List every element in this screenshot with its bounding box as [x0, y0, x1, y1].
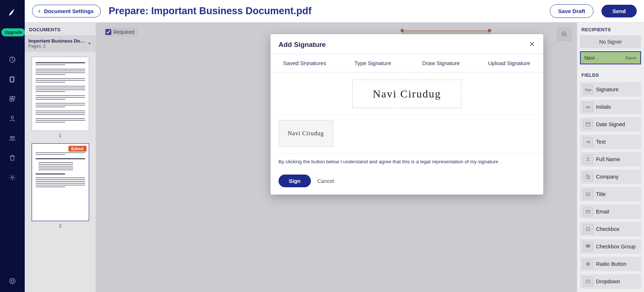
sign-button[interactable]: Sign [279, 175, 311, 187]
canvas-area[interactable]: Required Add Signature Saved Signatures [96, 23, 577, 292]
svg-rect-19 [586, 227, 589, 231]
signature-icon: Sign [583, 85, 593, 94]
svg-rect-17 [586, 193, 590, 196]
field-label: Full Name [596, 156, 620, 162]
document-select-pages: Pages: 2 [28, 44, 85, 49]
field-label: Dropdown [596, 279, 620, 284]
field-label: Text [596, 139, 606, 145]
contacts-icon[interactable] [8, 114, 17, 123]
templates-icon[interactable] [8, 95, 17, 103]
modal-title: Add Signature [279, 41, 326, 49]
edited-badge: Edited [68, 146, 87, 152]
signature-tabs: Saved Signatures Type Signature Draw Sig… [271, 54, 543, 72]
svg-rect-22 [589, 245, 590, 246]
svg-rect-16 [588, 176, 590, 179]
field-title[interactable]: Title [580, 187, 641, 201]
checkbox-icon [583, 224, 593, 234]
field-label: Company [596, 174, 619, 180]
document-settings-button[interactable]: Document Settings [32, 5, 101, 17]
svg-point-6 [11, 116, 14, 119]
field-full-name[interactable]: Full Name [580, 152, 641, 167]
field-radio-button[interactable]: Radio Button [580, 257, 641, 271]
app-logo[interactable] [7, 7, 17, 19]
document-select[interactable]: Important Business Do… Pages: 2 [25, 35, 96, 52]
right-sidebar: RECIPIENTS No Signer Navi . Signer FIELD… [577, 23, 644, 292]
page-thumb-1[interactable] [32, 57, 89, 131]
svg-rect-5 [10, 99, 12, 101]
save-draft-button[interactable]: Save Draft [550, 4, 593, 18]
checkbox-group-icon [583, 242, 593, 251]
dropdown-icon [583, 277, 593, 286]
svg-point-14 [587, 157, 589, 159]
svg-rect-3 [10, 96, 12, 99]
field-label: Signature [596, 87, 619, 92]
field-label: Title [596, 191, 606, 197]
text-icon [583, 137, 593, 147]
field-text[interactable]: Text [580, 135, 641, 149]
svg-rect-18 [586, 210, 590, 213]
svg-rect-21 [588, 245, 589, 246]
field-checkbox[interactable]: Checkbox [580, 222, 641, 236]
document-select-name: Important Business Do… [28, 38, 85, 44]
svg-rect-25 [589, 246, 590, 247]
tab-upload-signature[interactable]: Upload Signature [475, 54, 544, 72]
svg-point-27 [587, 263, 589, 265]
body-region: DOCUMENTS Important Business Do… Pages: … [25, 23, 644, 292]
cancel-button[interactable]: Cancel [317, 178, 335, 184]
field-initials[interactable]: Int Initials [580, 100, 641, 114]
signer-name: Navi . [584, 55, 597, 61]
calendar-icon [583, 120, 593, 129]
email-icon [583, 207, 593, 216]
field-signature[interactable]: Sign Signature [580, 82, 641, 97]
help-icon[interactable] [8, 277, 17, 285]
upgrade-badge[interactable]: Upgrade [1, 28, 25, 36]
svg-point-7 [10, 136, 12, 138]
svg-rect-20 [586, 245, 587, 246]
svg-point-8 [13, 136, 15, 138]
page-thumb-2-wrap[interactable]: Edited 2 [25, 138, 96, 228]
initials-icon: Int [583, 102, 593, 112]
field-label: Checkbox [596, 226, 619, 232]
tab-saved-signatures[interactable]: Saved Signatures [271, 54, 339, 72]
main-column: Document Settings Prepare: Important Bus… [25, 0, 644, 292]
no-signer-option[interactable]: No Signer [580, 35, 641, 48]
svg-point-9 [12, 177, 13, 179]
settings-icon[interactable] [8, 173, 17, 182]
team-icon[interactable] [8, 134, 17, 143]
fields-header: FIELDS [577, 68, 644, 81]
documents-icon[interactable] [8, 75, 17, 84]
field-label: Checkbox Group [596, 244, 636, 249]
field-email[interactable]: Email [580, 204, 641, 219]
field-label: Date Signed [596, 121, 625, 127]
page-title: Prepare: Important Business Document.pdf [109, 5, 312, 17]
svg-rect-4 [13, 96, 15, 99]
field-label: Email [596, 209, 609, 215]
send-button[interactable]: Send [601, 5, 637, 17]
page-thumb-2[interactable]: Edited [32, 143, 89, 221]
add-signature-modal: Add Signature Saved Signatures Type Sign… [271, 34, 543, 195]
signature-preview: Navi Cirudug [352, 80, 461, 108]
title-icon [583, 189, 593, 199]
modal-close-button[interactable] [529, 41, 535, 49]
tab-type-signature[interactable]: Type Signature [339, 54, 407, 72]
signer-row[interactable]: Navi . Signer [580, 51, 641, 64]
page-thumb-1-number: 1 [31, 133, 89, 138]
svg-rect-23 [586, 246, 587, 247]
legal-disclaimer: By clicking the button below I understan… [271, 153, 543, 169]
top-bar: Document Settings Prepare: Important Bus… [25, 0, 644, 23]
document-settings-label: Document Settings [44, 8, 94, 14]
tab-draw-signature[interactable]: Draw Signature [407, 54, 475, 72]
saved-signature-thumb[interactable]: Navi Cirudug [279, 120, 333, 147]
trash-icon[interactable] [8, 153, 17, 162]
field-dropdown[interactable]: Dropdown [580, 274, 641, 289]
dashboard-icon[interactable] [8, 55, 17, 64]
field-company[interactable]: Company [580, 169, 641, 184]
field-date-signed[interactable]: Date Signed [580, 117, 641, 132]
page-thumb-1-wrap[interactable]: 1 [25, 52, 96, 138]
page-thumb-2-number: 2 [31, 223, 89, 228]
documents-header: DOCUMENTS [25, 23, 96, 35]
svg-rect-28 [586, 280, 590, 283]
documents-sidebar: DOCUMENTS Important Business Do… Pages: … [25, 23, 96, 292]
field-checkbox-group[interactable]: Checkbox Group [580, 239, 641, 254]
chevron-down-icon [87, 41, 92, 46]
